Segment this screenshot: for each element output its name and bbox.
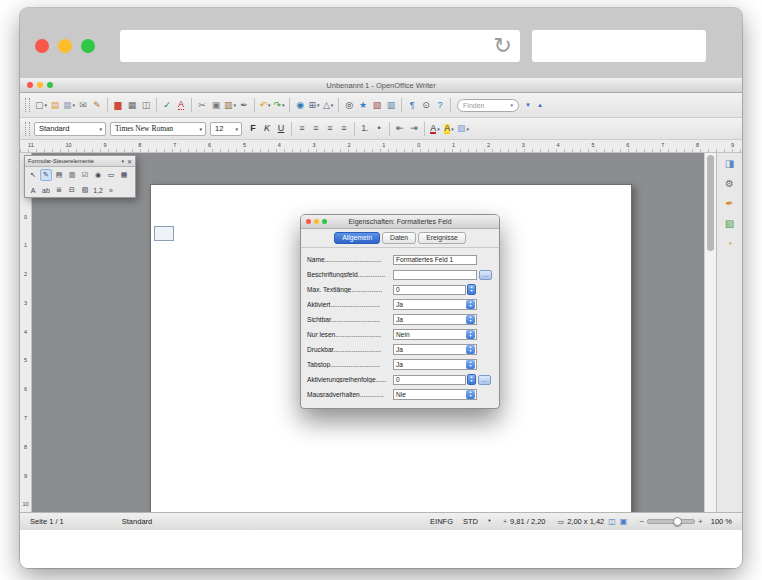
more-controls-icon[interactable]: ▦ [118,169,130,181]
save-icon[interactable]: ▦▾ [62,97,76,113]
print-icon[interactable]: ▦ [125,97,139,113]
dialog-zoom-button[interactable] [322,219,327,224]
chevron-down-icon[interactable]: ▾ [235,126,238,132]
zoom-icon[interactable]: ⊙ [419,97,433,113]
navigator-deck-icon[interactable]: ◔ [721,236,739,252]
font-size-combo[interactable]: 12 ▾ [210,122,242,136]
design-mode-icon[interactable]: ✎ [40,169,52,181]
align-right-icon[interactable]: ≡ [323,121,337,137]
open-icon[interactable]: ▤ [48,97,62,113]
nonprinting-characters-icon[interactable]: ¶ [405,97,419,113]
dropdown-stepper-icon[interactable]: ▲▼ [466,390,475,399]
font-name-combo[interactable]: Times New Roman ▾ [110,122,206,136]
doc-zoom-button[interactable] [47,82,53,88]
address-bar[interactable]: ↻ [120,30,520,62]
chevron-down-icon[interactable]: ▾ [234,102,237,108]
minimize-button[interactable] [58,39,72,53]
find-toolbar-input[interactable]: Finden ▾ [457,99,519,112]
scrollbar-thumb[interactable] [707,155,714,251]
option-button-icon[interactable]: ◉ [92,169,104,181]
dropdown-stepper-icon[interactable]: ▲▼ [466,300,475,309]
dropdown-stepper-icon[interactable]: ▲▼ [466,360,475,369]
tab-allgemein[interactable]: Allgemein [334,232,380,244]
palette-close-icon[interactable]: ✕ [127,158,132,165]
vertical-scrollbar[interactable] [704,153,716,512]
combo-box-icon[interactable]: ⊟ [66,184,78,196]
status-page-count[interactable]: Seite 1 / 1 [30,517,64,526]
document-as-email-icon[interactable]: ✉ [76,97,90,113]
edit-file-icon[interactable]: ✎ [90,97,104,113]
single-page-view-icon[interactable]: ◫ [608,517,616,526]
book-view-icon[interactable]: ▣ [620,517,628,526]
new-document-icon[interactable]: ▢▾ [34,97,48,113]
status-page-style[interactable]: Standard [122,517,152,526]
increase-indent-icon[interactable]: ⇥ [407,121,421,137]
hyperlink-icon[interactable]: ◉ [293,97,307,113]
dialog-titlebar[interactable]: Eigenschaften: Formatiertes Feld [301,215,499,229]
dropdown[interactable]: Nein▲▼ [393,329,477,340]
undo-icon[interactable]: ↶▾ [258,97,272,113]
show-draw-functions-icon[interactable]: △▾ [321,97,335,113]
dropdown[interactable]: Nie▲▼ [393,389,477,400]
highlighting-icon[interactable]: A▾ [442,121,456,137]
auto-spellcheck-icon[interactable]: A [174,97,188,113]
text-input[interactable] [393,270,477,280]
chevron-down-icon[interactable]: ▾ [331,102,334,108]
label-field-icon[interactable]: A [27,184,39,196]
palette-menu-icon[interactable]: ▾ [121,158,124,164]
zoom-slider[interactable] [647,519,695,524]
zoom-in-icon[interactable]: + [698,517,703,526]
status-insert-mode[interactable]: EINFG [430,517,453,526]
form-design-icon[interactable]: » [105,184,117,196]
paragraph-style-combo[interactable]: Standard ▾ [34,122,106,136]
justify-icon[interactable]: ≡ [337,121,351,137]
document-titlebar[interactable]: Unbenannt 1 - OpenOffice Writer [20,78,742,93]
tab-daten[interactable]: Daten [382,232,416,244]
check-box-icon[interactable]: ☑ [79,169,91,181]
secondary-field[interactable] [532,30,706,62]
reload-icon[interactable]: ↻ [494,35,512,57]
push-button-icon[interactable]: ▭ [105,169,117,181]
numbered-list-icon[interactable]: 1. [358,121,372,137]
background-color-icon[interactable]: ▨▾ [456,121,470,137]
toolbar-handle[interactable] [25,98,30,112]
chevron-down-icon[interactable]: ▾ [467,126,470,132]
chevron-down-icon[interactable]: ▾ [45,102,48,108]
toolbar-handle[interactable] [25,122,30,136]
find-next-icon[interactable]: ▼ [522,99,534,112]
browse-button[interactable]: ... [479,270,492,280]
stepper-icon[interactable]: ▲▼ [467,374,476,385]
font-color-icon[interactable]: A▾ [428,121,442,137]
chevron-down-icon[interactable]: ▾ [451,126,454,132]
paste-icon[interactable]: ▥▾ [223,97,237,113]
formatted-field-icon[interactable]: 1,2 [92,184,104,196]
italic-icon[interactable]: K [260,121,274,137]
text-input[interactable]: Formatiertes Feld 1 [393,255,477,265]
help-icon[interactable]: ? [433,97,447,113]
chevron-down-icon[interactable]: ▾ [437,126,440,132]
gallery-deck-icon[interactable]: ▧ [721,216,739,232]
image-button-icon[interactable]: ▧ [79,184,91,196]
palette-titlebar[interactable]: Formular-Steuerelemente ▾ ✕ [25,156,135,167]
chevron-down-icon[interactable]: ▾ [268,102,271,108]
gallery-icon[interactable]: ▧ [370,97,384,113]
chevron-down-icon[interactable]: ▾ [73,102,76,108]
doc-close-button[interactable] [27,82,33,88]
properties-deck-icon[interactable]: ⚙ [721,176,739,192]
dropdown[interactable]: Ja▲▼ [393,359,477,370]
redo-icon[interactable]: ↷▾ [272,97,286,113]
formatted-field-control[interactable] [154,226,174,241]
styles-deck-icon[interactable]: ✒ [721,196,739,212]
find-replace-icon[interactable]: ◎ [342,97,356,113]
dropdown-stepper-icon[interactable]: ▲▼ [466,315,475,324]
zoom-out-icon[interactable]: − [639,517,644,526]
status-selection-mode[interactable]: STD [463,517,478,526]
spinner-input[interactable]: 0 [393,375,466,385]
close-button[interactable] [35,39,49,53]
text-box-icon[interactable]: ab [40,184,52,196]
chevron-down-icon[interactable]: ▾ [99,126,102,132]
page-preview-icon[interactable]: ◫ [139,97,153,113]
select-pointer-icon[interactable]: ↖ [27,169,39,181]
chevron-down-icon[interactable]: ▾ [317,102,320,108]
tab-ereignisse[interactable]: Ereignisse [418,232,466,244]
